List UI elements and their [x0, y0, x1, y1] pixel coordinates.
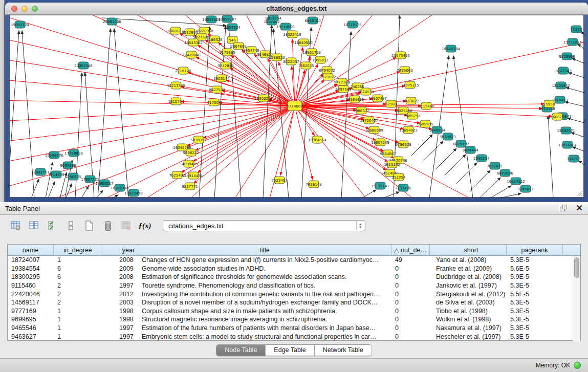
- graph-node[interactable]: 746266: [351, 83, 364, 90]
- graph-node[interactable]: 10654923: [399, 126, 418, 134]
- graph-node[interactable]: 15136141: [371, 182, 389, 189]
- graph-node[interactable]: 1250515: [65, 173, 81, 180]
- graph-node[interactable]: 22420046: [182, 51, 201, 58]
- row-height-icon[interactable]: [66, 220, 77, 231]
- graph-node[interactable]: 10973493: [391, 52, 410, 59]
- select-column-icon[interactable]: [29, 220, 40, 231]
- tab-edge-table[interactable]: Edge Table: [266, 345, 314, 356]
- graph-node[interactable]: 6794072: [319, 67, 335, 74]
- graph-node[interactable]: 7636148: [306, 181, 321, 188]
- column-header-short[interactable]: short: [430, 245, 507, 255]
- table-settings-icon[interactable]: [10, 220, 21, 231]
- graph-node[interactable]: 8660123: [167, 27, 183, 34]
- graph-node[interactable]: 9227343: [555, 67, 571, 74]
- table-row[interactable]: 1830029562008Estimation of significance …: [8, 273, 580, 281]
- window-titlebar[interactable]: citations_edges.txt: [5, 3, 588, 15]
- graph-node[interactable]: 9884067: [380, 150, 396, 157]
- graph-node[interactable]: 1640954: [429, 126, 445, 134]
- column-header-indegree[interactable]: in_degree: [54, 245, 102, 255]
- graph-node[interactable]: 15958: [543, 100, 555, 107]
- graph-node[interactable]: 5938923: [440, 133, 455, 140]
- graph-node[interactable]: 9777169: [334, 78, 350, 85]
- column-header-title[interactable]: title: [138, 245, 391, 255]
- tab-node-table[interactable]: Node Table: [216, 345, 266, 356]
- graph-node[interactable]: 16961758: [302, 49, 321, 56]
- graph-node[interactable]: 9115460: [418, 102, 434, 110]
- graph-node[interactable]: 9245652: [517, 185, 533, 192]
- graph-node[interactable]: 5878352: [190, 136, 206, 143]
- graph-node[interactable]: 62160: [385, 100, 397, 107]
- table-row[interactable]: 946362711997Embryonic stem cells: a mode…: [8, 332, 580, 340]
- graph-node[interactable]: 14099489: [180, 160, 198, 167]
- table-row[interactable]: 1938455462009Genome-wide association stu…: [8, 265, 580, 273]
- table-row[interactable]: 1872400712008Changes of HCN gene express…: [8, 256, 580, 265]
- table-row[interactable]: 946554611997Estimation of the future num…: [8, 324, 580, 333]
- graph-node[interactable]: 7632621: [487, 162, 503, 169]
- close-panel-icon[interactable]: ✕: [576, 205, 583, 212]
- new-table-icon[interactable]: [84, 220, 95, 231]
- network-canvas[interactable]: 1905572420891406106552871527802646616010…: [9, 15, 584, 198]
- graph-node[interactable]: 9463627: [403, 97, 419, 104]
- tab-network-table[interactable]: Network Table: [315, 345, 372, 356]
- graph-node[interactable]: 160625: [551, 113, 564, 120]
- graph-node[interactable]: 116753: [567, 155, 581, 162]
- graph-node[interactable]: 10719135: [343, 21, 362, 28]
- graph-node[interactable]: 417004: [207, 99, 221, 106]
- table-row[interactable]: 969969511998Structural magnetic resonanc…: [8, 315, 580, 324]
- minimize-window-button[interactable]: [21, 6, 28, 12]
- graph-node[interactable]: 7955812: [312, 56, 328, 63]
- graph-node[interactable]: 11173: [571, 26, 582, 33]
- graph-node[interactable]: 1521072: [320, 73, 336, 80]
- graph-node[interactable]: 6466160: [304, 17, 320, 24]
- graph-node[interactable]: 18325419: [283, 31, 301, 38]
- graph-node[interactable]: 18640910: [294, 39, 313, 46]
- graph-node[interactable]: 8471676: [497, 169, 513, 177]
- graph-node[interactable]: 10688609: [365, 126, 383, 134]
- graph-node[interactable]: 8322037: [283, 58, 299, 65]
- table-row[interactable]: 1456911722003Disruption of a novel membe…: [8, 298, 580, 307]
- select-rows-checklist-icon[interactable]: [47, 220, 58, 231]
- table-row[interactable]: 977716911998Corpus callosum shape and si…: [8, 307, 580, 316]
- column-header-outde[interactable]: △ out_de…: [391, 245, 430, 255]
- graph-node[interactable]: 15751074: [563, 38, 582, 46]
- delete-table-icon-disabled[interactable]: [121, 220, 132, 231]
- column-header-name[interactable]: name: [8, 245, 54, 255]
- graph-node[interactable]: 10807487: [368, 95, 387, 102]
- zoom-window-button[interactable]: [32, 6, 38, 12]
- graph-node[interactable]: 1724007: [287, 101, 302, 111]
- graph-node[interactable]: 20364456: [345, 96, 364, 103]
- graph-node[interactable]: 252254: [392, 173, 406, 181]
- graph-node[interactable]: 12923478: [124, 189, 143, 196]
- graph-node[interactable]: 10655287: [218, 15, 236, 23]
- graph-node[interactable]: 2935114: [473, 155, 490, 162]
- graph-node[interactable]: 12975115: [401, 81, 419, 89]
- vertical-scrollbar[interactable]: [573, 256, 580, 341]
- graph-node[interactable]: 10654112: [507, 178, 525, 185]
- scrollbar-thumb[interactable]: [574, 257, 579, 278]
- float-panel-icon[interactable]: [560, 205, 568, 212]
- graph-node[interactable]: 19218596: [276, 23, 295, 30]
- graph-node[interactable]: 16648784: [442, 45, 460, 52]
- column-header-pagerank[interactable]: pagerank: [507, 245, 563, 255]
- graph-node[interactable]: 12942757: [31, 168, 50, 176]
- graph-node[interactable]: 20053346: [74, 62, 93, 69]
- graph-node[interactable]: 7857224: [224, 24, 241, 31]
- graph-node[interactable]: 17359928: [64, 149, 83, 157]
- table-selector-dropdown[interactable]: citations_edges.txt ▲▼: [163, 220, 365, 231]
- graph-node[interactable]: 7625402: [169, 171, 185, 179]
- column-header-year[interactable]: year: [102, 245, 138, 255]
- table-row[interactable]: 911546021997Tourette syndrome. Phenomeno…: [8, 281, 580, 290]
- graph-node[interactable]: 9756928: [395, 141, 411, 148]
- graph-node[interactable]: 19055724: [11, 21, 29, 28]
- delete-column-trash-icon[interactable]: [102, 220, 114, 231]
- graph-node[interactable]: 7485063: [397, 67, 412, 74]
- graph-node[interactable]: 20206576: [45, 151, 63, 159]
- graph-node[interactable]: 1733426: [395, 184, 411, 191]
- graph-node[interactable]: 19384554: [308, 136, 326, 143]
- graph-node[interactable]: 9699695: [417, 120, 433, 127]
- table-row[interactable]: 2242004622012Investigating the contribut…: [8, 290, 580, 298]
- graph-node[interactable]: 7986372: [353, 107, 369, 114]
- graph-node[interactable]: 8427552: [209, 86, 225, 93]
- function-builder-icon[interactable]: ƒ(x): [139, 220, 150, 231]
- close-window-button[interactable]: [11, 6, 17, 12]
